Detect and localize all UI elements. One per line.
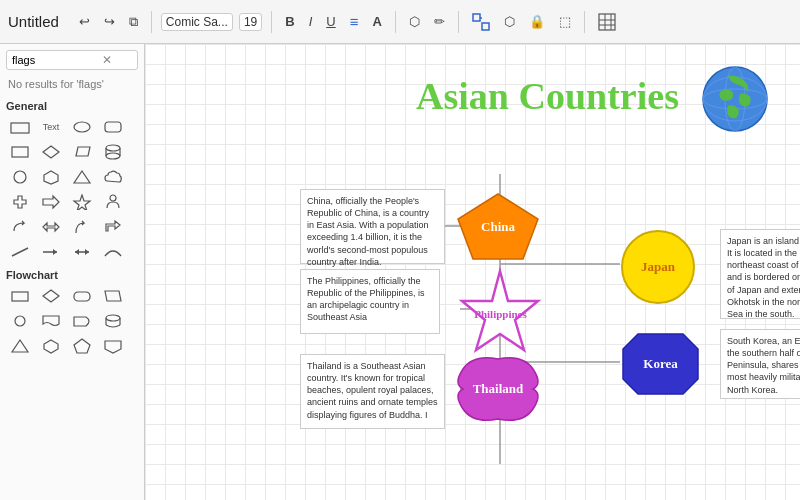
svg-marker-55 [462, 271, 538, 350]
japan-shape[interactable]: Japan [618, 227, 698, 307]
fc-delay[interactable] [68, 310, 96, 332]
shape-grid-general: Text [6, 116, 138, 263]
china-shape[interactable]: China [453, 189, 543, 264]
svg-rect-3 [599, 14, 615, 30]
svg-marker-40 [44, 340, 58, 353]
fc-terminator[interactable] [68, 285, 96, 307]
shape-rect-rounded[interactable] [99, 116, 127, 138]
korea-description: South Korea, an East Asian nation on the… [720, 329, 800, 399]
thailand-shape[interactable]: Thailand [453, 349, 543, 429]
shape-text[interactable] [6, 116, 34, 138]
svg-rect-11 [12, 147, 28, 157]
svg-point-18 [14, 171, 26, 183]
shape-cylinder[interactable] [99, 141, 127, 163]
sidebar: ✕ No results for 'flags' General Text [0, 44, 145, 500]
svg-marker-22 [74, 195, 90, 210]
font-color-button[interactable]: A [368, 12, 385, 31]
shape-star[interactable] [68, 191, 96, 213]
duplicate-button[interactable]: ⧉ [125, 12, 142, 32]
waypoint-button[interactable]: ⬡ [500, 12, 519, 31]
svg-rect-31 [12, 292, 28, 301]
shape-triangle[interactable] [68, 166, 96, 188]
svg-rect-1 [482, 23, 489, 30]
shape-hexagon[interactable] [37, 166, 65, 188]
shape-line-double-arrow[interactable] [68, 241, 96, 263]
fc-triangle[interactable] [6, 335, 34, 357]
toolbar: Untitled ↩ ↪ ⧉ Comic Sa... 19 B I U ≡ A … [0, 0, 800, 44]
svg-marker-12 [43, 146, 59, 158]
fc-io[interactable] [99, 285, 127, 307]
shape-rect[interactable] [6, 141, 34, 163]
to-back-button[interactable]: ⬚ [555, 12, 575, 31]
shape-arrow-curved-right[interactable] [68, 216, 96, 238]
shape-line-curved[interactable] [99, 241, 127, 263]
svg-point-9 [74, 122, 90, 132]
font-family-selector[interactable]: Comic Sa... [161, 13, 233, 31]
shape-oval[interactable] [68, 116, 96, 138]
search-clear-button[interactable]: ✕ [102, 53, 112, 67]
fill-button[interactable]: ⬡ [405, 12, 424, 31]
fc-database[interactable] [99, 310, 127, 332]
canvas[interactable]: Asian Countries China [145, 44, 800, 500]
shape-text-label[interactable]: Text [37, 116, 65, 138]
undo-button[interactable]: ↩ [75, 12, 94, 31]
svg-marker-41 [74, 339, 90, 353]
svg-rect-8 [11, 123, 29, 133]
svg-marker-27 [53, 249, 57, 255]
globe-icon [700, 64, 770, 134]
fc-connector[interactable] [6, 310, 34, 332]
svg-rect-10 [105, 122, 121, 132]
svg-marker-24 [43, 223, 59, 231]
shape-diamond[interactable] [37, 141, 65, 163]
japan-description: Japan is an island country in East Asia.… [720, 229, 800, 319]
redo-button[interactable]: ↪ [100, 12, 119, 31]
fc-offpage[interactable] [99, 335, 127, 357]
shape-arrow-bent[interactable] [99, 216, 127, 238]
separator-5 [584, 11, 585, 33]
list-button[interactable]: ≡ [346, 11, 363, 32]
svg-marker-20 [74, 171, 90, 183]
svg-point-36 [106, 315, 120, 321]
shape-grid-flowchart [6, 285, 138, 357]
table-button[interactable] [594, 11, 620, 33]
connection-button[interactable] [468, 11, 494, 33]
line-style-button[interactable]: ✏ [430, 12, 449, 31]
svg-marker-13 [76, 147, 90, 156]
shape-cloud[interactable] [99, 166, 127, 188]
svg-marker-19 [44, 171, 58, 184]
shape-arrow-double[interactable] [37, 216, 65, 238]
fc-pentagon[interactable] [68, 335, 96, 357]
fc-process[interactable] [6, 285, 34, 307]
search-box[interactable]: ✕ [6, 50, 138, 70]
shape-line[interactable] [6, 241, 34, 263]
fc-hexagon[interactable] [37, 335, 65, 357]
fc-decision[interactable] [37, 285, 65, 307]
korea-shape[interactable]: Korea [618, 329, 703, 399]
svg-point-14 [106, 145, 120, 151]
shape-cross[interactable] [6, 191, 34, 213]
shape-arrow-right[interactable] [37, 191, 65, 213]
shape-curved-arrow[interactable] [6, 216, 34, 238]
italic-button[interactable]: I [305, 12, 317, 31]
bold-button[interactable]: B [281, 12, 298, 31]
svg-point-17 [106, 153, 120, 159]
china-description: China, officially the People's Republic … [300, 189, 445, 264]
document-title: Untitled [8, 13, 59, 30]
shape-line-arrow[interactable] [37, 241, 65, 263]
underline-button[interactable]: U [322, 12, 339, 31]
font-size-selector[interactable]: 19 [239, 13, 262, 31]
separator-1 [151, 11, 152, 33]
search-input[interactable] [12, 54, 102, 66]
svg-line-25 [12, 248, 28, 256]
shape-parallelogram[interactable] [68, 141, 96, 163]
lock-button[interactable]: 🔒 [525, 12, 549, 31]
svg-rect-0 [473, 14, 480, 21]
thailand-description: Thailand is a Southeast Asian country. I… [300, 354, 445, 429]
fc-document[interactable] [37, 310, 65, 332]
shape-person[interactable] [99, 191, 127, 213]
separator-4 [458, 11, 459, 33]
svg-marker-21 [43, 196, 59, 208]
svg-marker-32 [43, 290, 59, 302]
philippines-shape[interactable]: Philippines [453, 266, 548, 361]
shape-circle[interactable] [6, 166, 34, 188]
